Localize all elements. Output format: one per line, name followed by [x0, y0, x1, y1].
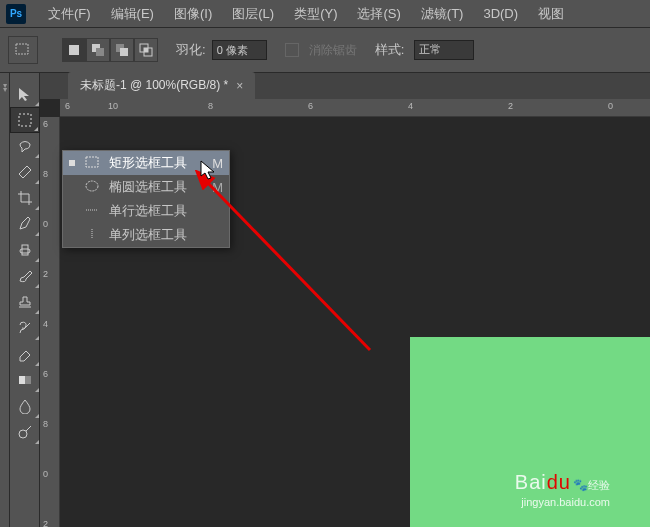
crop-tool[interactable] — [10, 185, 40, 211]
toolbox-collapse-gutter[interactable]: ▸▸ — [0, 73, 10, 527]
document-area: 未标题-1 @ 100%(RGB/8) * × 6 10 8 6 4 2 0 6… — [40, 73, 650, 527]
ruler-v-label: 6 — [43, 119, 48, 129]
sub-icon — [115, 43, 129, 57]
dodge-tool[interactable] — [10, 419, 40, 445]
ruler-horizontal[interactable]: 6 10 8 6 4 2 0 — [60, 99, 650, 117]
stamp-tool[interactable] — [10, 289, 40, 315]
svg-rect-13 — [19, 376, 25, 384]
tab-close-icon[interactable]: × — [236, 79, 243, 93]
cursor-icon — [200, 160, 218, 182]
feather-input[interactable] — [212, 40, 267, 60]
watermark: Baidu🐾经验 jingyan.baidu.com — [515, 469, 610, 509]
ruler-h-label: 8 — [208, 101, 213, 111]
tool-preset-dropdown[interactable] — [8, 36, 38, 64]
row-marquee-icon — [83, 204, 101, 219]
flyout-single-column-marquee[interactable]: 单列选框工具 — [63, 223, 229, 247]
move-tool[interactable] — [10, 81, 40, 107]
ellipse-marquee-icon — [83, 180, 101, 195]
ruler-h-label: 2 — [508, 101, 513, 111]
content-area: ▸▸ 未标题-1 @ 100%(RGB/8) * × 6 10 8 6 4 2 — [0, 73, 650, 527]
selection-mode-group — [62, 38, 158, 62]
eyedropper-tool[interactable] — [10, 211, 40, 237]
menu-select[interactable]: 选择(S) — [347, 1, 410, 27]
ruler-v-label: 0 — [43, 469, 48, 479]
selection-new-button[interactable] — [62, 38, 86, 62]
svg-rect-5 — [120, 48, 128, 56]
menu-view[interactable]: 视图 — [528, 1, 574, 27]
blur-tool[interactable] — [10, 393, 40, 419]
eraser-tool[interactable] — [10, 341, 40, 367]
flyout-label: 矩形选框工具 — [109, 154, 187, 172]
ruler-v-label: 0 — [43, 219, 48, 229]
flyout-label: 椭圆选框工具 — [109, 178, 187, 196]
ruler-h-label: 6 — [65, 101, 70, 111]
gradient-tool[interactable] — [10, 367, 40, 393]
tab-title: 未标题-1 @ 100%(RGB/8) * — [80, 77, 228, 94]
ruler-h-label: 4 — [408, 101, 413, 111]
ruler-vertical[interactable]: 6 8 0 2 4 6 8 0 2 — [40, 117, 60, 527]
antialias-checkbox — [285, 43, 299, 57]
bullet-icon — [69, 160, 75, 166]
selection-intersect-button[interactable] — [134, 38, 158, 62]
document-tab[interactable]: 未标题-1 @ 100%(RGB/8) * × — [68, 72, 255, 99]
ruler-v-label: 2 — [43, 519, 48, 527]
rect-marquee-icon — [83, 156, 101, 171]
feather-label: 羽化: — [176, 41, 206, 59]
ruler-v-label: 8 — [43, 169, 48, 179]
ruler-v-label: 8 — [43, 419, 48, 429]
antialias-label: 消除锯齿 — [309, 42, 357, 59]
ps-logo-icon: Ps — [6, 4, 26, 24]
svg-rect-3 — [96, 48, 104, 56]
svg-point-16 — [86, 181, 98, 191]
selection-add-button[interactable] — [86, 38, 110, 62]
healing-brush-tool[interactable] — [10, 237, 40, 263]
ruler-v-label: 6 — [43, 369, 48, 379]
ruler-h-label: 0 — [608, 101, 613, 111]
svg-rect-15 — [86, 157, 98, 167]
menu-edit[interactable]: 编辑(E) — [101, 1, 164, 27]
flyout-label: 单列选框工具 — [109, 226, 187, 244]
menu-image[interactable]: 图像(I) — [164, 1, 222, 27]
svg-rect-9 — [19, 114, 31, 126]
tabs-bar: 未标题-1 @ 100%(RGB/8) * × — [40, 73, 650, 99]
brush-tool[interactable] — [10, 263, 40, 289]
flyout-label: 单行选框工具 — [109, 202, 187, 220]
menu-filter[interactable]: 滤镜(T) — [411, 1, 474, 27]
svg-rect-8 — [144, 48, 148, 52]
style-label: 样式: — [375, 41, 405, 59]
intersect-icon — [139, 43, 153, 57]
add-icon — [91, 43, 105, 57]
history-brush-tool[interactable] — [10, 315, 40, 341]
marquee-tool[interactable] — [10, 107, 40, 133]
marquee-preset-icon — [15, 43, 31, 57]
svg-rect-1 — [69, 45, 79, 55]
options-bar: 羽化: 消除锯齿 样式: 正常 — [0, 28, 650, 73]
menu-layer[interactable]: 图层(L) — [222, 1, 284, 27]
flyout-single-row-marquee[interactable]: 单行选框工具 — [63, 199, 229, 223]
selection-subtract-button[interactable] — [110, 38, 134, 62]
ruler-h-label: 10 — [108, 101, 118, 111]
svg-rect-0 — [16, 44, 28, 54]
toolbox — [10, 73, 40, 527]
ruler-v-label: 4 — [43, 319, 48, 329]
ruler-v-label: 2 — [43, 269, 48, 279]
col-marquee-icon — [83, 228, 101, 243]
menu-type[interactable]: 类型(Y) — [284, 1, 347, 27]
rect-icon — [67, 43, 81, 57]
menu-file[interactable]: 文件(F) — [38, 1, 101, 27]
menubar: Ps 文件(F) 编辑(E) 图像(I) 图层(L) 类型(Y) 选择(S) 滤… — [0, 0, 650, 28]
style-select[interactable]: 正常 — [414, 40, 474, 60]
svg-point-14 — [19, 430, 27, 438]
magic-wand-tool[interactable] — [10, 159, 40, 185]
lasso-tool[interactable] — [10, 133, 40, 159]
menu-3d[interactable]: 3D(D) — [473, 2, 528, 25]
ruler-h-label: 6 — [308, 101, 313, 111]
